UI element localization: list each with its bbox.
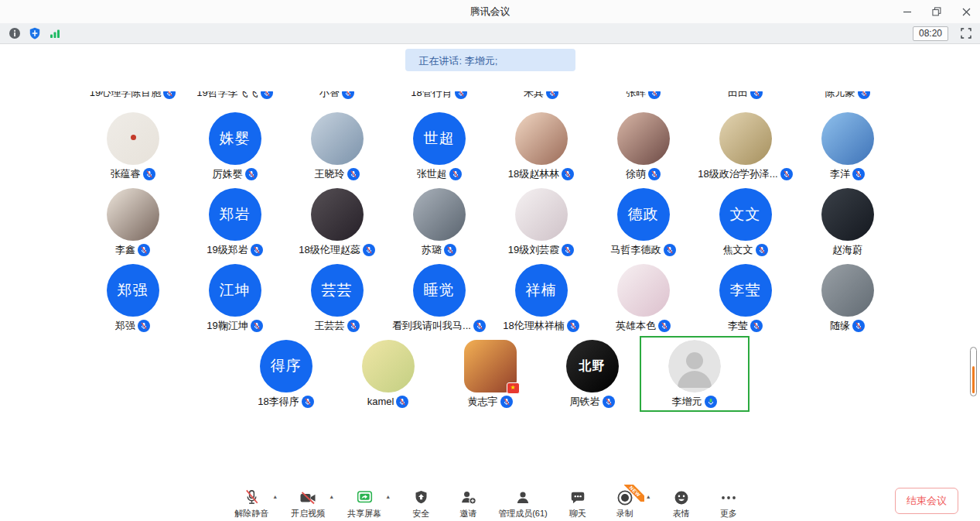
camera-off-icon (299, 488, 317, 507)
minimize-button[interactable] (901, 5, 913, 18)
participant-tile[interactable]: kamel (337, 340, 439, 408)
participant-name: 19心理学陈百胞 (90, 91, 161, 100)
participant-tile[interactable]: 李鑫 (82, 188, 184, 256)
participant-tile[interactable]: 田田 (695, 91, 797, 99)
toolbar-more[interactable]: 更多 (712, 488, 746, 519)
participant-tile[interactable]: 张蕴睿 (82, 112, 184, 180)
meeting-info-icon[interactable] (8, 27, 21, 40)
toolbar-security[interactable]: 安全 (404, 488, 438, 519)
participant-tile[interactable]: 小智 (286, 91, 388, 99)
participant-tile[interactable]: 李洋 (797, 112, 899, 180)
toolbar-emoji[interactable]: 表情 (664, 488, 698, 519)
participant-name: 张世超 (417, 167, 447, 181)
toolbar-chat[interactable]: 聊天 (561, 488, 595, 519)
chevron-up-icon[interactable]: ▲ (272, 494, 278, 499)
avatar (311, 188, 364, 241)
participant-tile[interactable]: 姝婴厉姝婴 (184, 112, 286, 180)
participant-name: 李洋 (830, 167, 850, 181)
participant-tile[interactable]: 18级政治学孙泽... (695, 112, 797, 180)
participant-nameline: 张蕴睿 (111, 167, 155, 180)
participant-tile[interactable]: 郑岩19级郑岩 (184, 188, 286, 256)
participant-tile[interactable]: 郑强郑强 (82, 264, 184, 332)
mic-muted-icon (251, 320, 263, 332)
participant-tile[interactable]: 19心理学陈百胞 (82, 91, 184, 99)
avatar: 江坤 (209, 264, 261, 317)
mic-muted-icon (138, 320, 150, 332)
participant-tile[interactable]: 睡觉看到我请叫我马... (388, 264, 490, 332)
mic-muted-icon (347, 320, 360, 332)
avatar (515, 188, 568, 241)
participant-tile[interactable]: 李增元 (644, 340, 746, 408)
participant-nameline: 陈元豪 (825, 91, 870, 99)
toolbar-record[interactable]: NEW录制 (608, 488, 642, 519)
scrollbar[interactable] (970, 347, 977, 396)
participant-name: 18级赵林林 (508, 167, 559, 181)
participant-nameline: 18级赵林林 (508, 167, 574, 180)
chevron-up-icon[interactable]: ▲ (329, 494, 334, 499)
participant-name: 19哲学李飞飞 (196, 91, 258, 100)
participant-tile[interactable]: 19哲学李飞飞 (184, 91, 286, 99)
mic-muted-icon (603, 396, 615, 408)
participant-tile[interactable]: 18管行肖 (388, 91, 490, 99)
participant-tile[interactable]: 随缘 (797, 264, 899, 332)
security-icon (413, 488, 429, 507)
speaking-banner: 正在讲话: 李增元; (405, 49, 575, 71)
participant-tile[interactable]: 王晓玲 (286, 112, 388, 180)
scrollbar-thumb (972, 366, 975, 393)
participant-nameline: 18级伦理赵蕊 (299, 243, 374, 256)
toolbar-camera-off[interactable]: 开启视频 (291, 488, 325, 519)
toolbar-members[interactable]: 管理成员(61) (498, 488, 548, 519)
participant-nameline: 19级郑岩 (207, 243, 262, 256)
participant-tile[interactable]: 李莹李莹 (695, 264, 797, 332)
participant-tile[interactable]: 18级伦理赵蕊 (286, 188, 388, 256)
participant-tile[interactable]: 得序18李得序 (235, 340, 337, 408)
participant-tile[interactable]: 英雄本色 (592, 264, 695, 332)
participant-tile[interactable]: 18级赵林林 (490, 112, 592, 180)
restore-button[interactable] (930, 5, 943, 18)
participant-nameline: 田田 (728, 91, 763, 99)
participant-tile[interactable]: 米其 (490, 91, 592, 99)
avatar: 郑强 (107, 264, 159, 317)
participant-name: 陈元豪 (825, 91, 855, 100)
avatar (107, 112, 159, 165)
network-signal-icon[interactable] (48, 27, 61, 40)
toolbar-invite[interactable]: 邀请 (451, 488, 485, 519)
emoji-icon (673, 488, 690, 507)
close-button[interactable] (960, 5, 972, 18)
fullscreen-icon[interactable] (959, 27, 972, 40)
participant-nameline: 小智 (319, 91, 354, 99)
participant-tile[interactable]: ★黄志宇 (439, 340, 541, 408)
participant-tile[interactable]: 徐萌 (592, 112, 695, 180)
participant-tile[interactable]: 世超张世超 (388, 112, 490, 180)
participant-grid: 张蕴睿 姝婴厉姝婴 王晓玲 世超张世超 18级赵林林 徐萌 18级政治学孙泽..… (0, 112, 980, 408)
participant-tile[interactable]: 江坤19鞠江坤 (184, 264, 286, 332)
participant-tile[interactable]: 德政马哲李德政 (592, 188, 695, 256)
participant-tile[interactable]: 祥楠18伦理林祥楠 (490, 264, 592, 332)
participant-tile[interactable]: 北野周铁岩 (541, 340, 644, 408)
participant-nameline: 张晖 (626, 91, 661, 99)
avatar: 世超 (413, 112, 466, 165)
chevron-up-icon[interactable]: ▲ (646, 494, 651, 499)
participant-tile[interactable]: 19级刘芸霞 (490, 188, 592, 256)
participant-tile[interactable]: 张晖 (592, 91, 695, 99)
mic-muted-icon (756, 244, 768, 256)
participant-tile[interactable]: 芸芸王芸芸 (286, 264, 388, 332)
toolbar-share-screen[interactable]: 共享屏幕 (347, 488, 381, 519)
end-meeting-button[interactable]: 结束会议 (895, 488, 958, 514)
participant-name: 米其 (524, 91, 544, 100)
chevron-up-icon[interactable]: ▲ (385, 494, 391, 499)
mic-active-icon (705, 396, 717, 408)
avatar (668, 340, 721, 392)
toolbar-mic-muted[interactable]: 解除静音 (234, 488, 268, 519)
participant-tile[interactable]: 赵海蔚 (797, 188, 899, 256)
avatar: 北野 (566, 340, 619, 392)
mic-muted-icon (648, 91, 661, 99)
participant-tile[interactable]: 陈元豪 (797, 91, 899, 99)
mic-muted-icon (342, 91, 354, 99)
toolbar-label: 共享屏幕 (347, 508, 381, 519)
participant-name: 王晓玲 (315, 167, 345, 181)
participant-tile[interactable]: 苏璐 (388, 188, 490, 256)
participant-nameline: 19鞠江坤 (207, 319, 262, 332)
protection-shield-icon[interactable] (28, 27, 41, 40)
participant-tile[interactable]: 文文焦文文 (695, 188, 797, 256)
